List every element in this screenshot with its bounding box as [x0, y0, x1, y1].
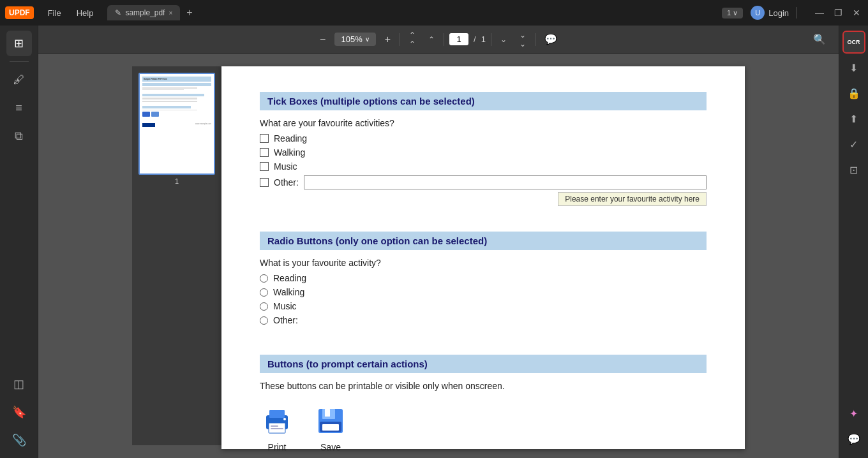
- tooltip-box: Please enter your favourite activity her…: [558, 192, 707, 206]
- nav-down-btn[interactable]: ⌄: [497, 33, 511, 47]
- checkbox-music-label: Music: [274, 161, 297, 172]
- radio-reading-label: Reading: [273, 273, 306, 283]
- section-gap-1: [260, 206, 707, 232]
- search-btn[interactable]: 🔍: [809, 31, 830, 48]
- radio-reading-btn[interactable]: [260, 274, 268, 283]
- checkbox-reading-label: Reading: [274, 133, 307, 144]
- checkbox-other-box[interactable]: [260, 178, 269, 187]
- print-btn-item[interactable]: Print: [260, 404, 294, 452]
- radio-walking-label: Walking: [273, 287, 304, 297]
- sidebar-bottom: ◫ 🔖 📎: [6, 371, 32, 453]
- toolbar: − 105% ∨ + ⌃⌃ ⌃ / 1 ⌄ ⌄⌄ 💬 🔍: [38, 26, 839, 54]
- left-sidebar: ⊞ 🖋 ≡ ⧉ ◫ 🔖 📎: [0, 26, 38, 458]
- menu-help[interactable]: Help: [70, 6, 100, 20]
- save-label: Save: [320, 442, 341, 452]
- doc-page: Tick Boxes (multiple options can be sele…: [221, 66, 745, 449]
- thumbnail-panel: Sample Fillable PDF Form: [132, 66, 221, 445]
- doc-area: − 105% ∨ + ⌃⌃ ⌃ / 1 ⌄ ⌄⌄ 💬 🔍: [38, 26, 839, 458]
- thumbnail-image: Sample Fillable PDF Form: [138, 73, 215, 175]
- other-text-input[interactable]: [304, 175, 707, 189]
- comment-btn[interactable]: 💬: [541, 31, 561, 48]
- action-buttons: Print Save: [260, 404, 707, 452]
- page-input[interactable]: [449, 33, 468, 45]
- page-number-badge[interactable]: 1 ∨: [722, 8, 743, 18]
- thumbnail-page-1[interactable]: Sample Fillable PDF Form: [138, 73, 215, 185]
- sidebar-icon-stamp[interactable]: 🖋: [6, 67, 32, 92]
- sidebar-icon-form[interactable]: ⊞: [6, 31, 32, 56]
- tab-close-btn[interactable]: ×: [168, 10, 172, 17]
- tab-add-btn[interactable]: +: [181, 7, 197, 18]
- sidebar-icon-bookmark[interactable]: 🔖: [6, 399, 32, 425]
- other-label: Other:: [274, 177, 299, 188]
- nav-top-btn[interactable]: ⌃⌃: [405, 28, 419, 51]
- section-header-radio: Radio Buttons (only one option can be se…: [260, 232, 707, 250]
- zoom-display[interactable]: 105% ∨: [334, 33, 375, 46]
- sidebar-icon-attachment[interactable]: 📎: [6, 427, 32, 453]
- zoom-out-btn[interactable]: −: [316, 31, 329, 48]
- radio-walking: Walking: [260, 287, 707, 297]
- tab-item[interactable]: ✎ sample_pdf ×: [107, 5, 180, 20]
- nav-up-btn[interactable]: ⌃: [424, 33, 438, 47]
- sidebar-icon-pages[interactable]: ⧉: [6, 123, 32, 149]
- toolbar-divider-2: [444, 33, 444, 46]
- maximize-btn[interactable]: ❐: [832, 6, 845, 19]
- svg-rect-8: [325, 409, 330, 417]
- toolbar-divider-4: [535, 33, 535, 46]
- print-svg: [261, 405, 293, 437]
- right-icon-extract[interactable]: ⬇: [842, 56, 865, 79]
- checkbox-music-box[interactable]: [260, 162, 269, 171]
- radio-reading: Reading: [260, 273, 707, 283]
- doc-scroll[interactable]: Sample Fillable PDF Form: [38, 54, 839, 458]
- checkbox-reading-box[interactable]: [260, 134, 269, 143]
- checkbox-walking: Walking: [260, 147, 707, 158]
- other-row: Other:: [260, 175, 707, 189]
- login-button[interactable]: U Login: [751, 6, 789, 20]
- sidebar-icon-layers[interactable]: ◫: [6, 371, 32, 397]
- main-area: ⊞ 🖋 ≡ ⧉ ◫ 🔖 📎 − 105% ∨ + ⌃⌃ ⌃ / 1: [0, 26, 868, 458]
- svg-rect-10: [322, 424, 339, 431]
- radio-question: What is your favourite activity?: [260, 258, 707, 268]
- checkbox-music: Music: [260, 161, 707, 172]
- minimize-btn[interactable]: —: [812, 6, 827, 19]
- close-btn[interactable]: ✕: [850, 6, 863, 19]
- right-icon-ai[interactable]: ✦: [842, 402, 865, 425]
- sidebar-divider: [10, 61, 29, 62]
- login-label: Login: [768, 8, 789, 18]
- svg-point-5: [283, 418, 286, 420]
- right-icon-ocr[interactable]: OCR: [842, 31, 865, 54]
- sidebar-icon-list[interactable]: ≡: [6, 95, 32, 121]
- toolbar-divider-1: [400, 33, 400, 46]
- nav-bottom-btn[interactable]: ⌄⌄: [516, 28, 530, 51]
- zoom-level: 105%: [341, 34, 362, 44]
- page-sep: /: [474, 34, 476, 44]
- checkbox-walking-label: Walking: [274, 147, 305, 158]
- topbar-right: 1 ∨ U Login — ❐ ✕: [722, 6, 863, 20]
- radio-other-label: Other:: [273, 315, 298, 325]
- save-btn-item[interactable]: Save: [313, 404, 348, 452]
- radio-music-btn[interactable]: [260, 302, 268, 311]
- right-sidebar: OCR ⬇ 🔒 ⬆ ✓ ⊡ ✦ 💬: [839, 26, 868, 458]
- save-icon: [313, 404, 348, 438]
- thumbnail-page-num: 1: [138, 177, 215, 185]
- login-avatar: U: [751, 6, 765, 20]
- right-icon-protect[interactable]: 🔒: [842, 82, 865, 105]
- svg-rect-4: [271, 428, 283, 429]
- right-icon-bottom[interactable]: 💬: [842, 427, 865, 450]
- zoom-chevron-icon: ∨: [365, 36, 370, 43]
- right-icon-share[interactable]: ⬆: [842, 107, 865, 130]
- toolbar-divider-3: [491, 33, 491, 46]
- radio-music: Music: [260, 301, 707, 311]
- window-controls: — ❐ ✕: [812, 6, 863, 19]
- radio-other: Other:: [260, 315, 707, 325]
- right-icon-compare[interactable]: ⊡: [842, 158, 865, 181]
- section-header-buttons: Buttons (to prompt certain actions): [260, 355, 707, 373]
- right-icon-check[interactable]: ✓: [842, 133, 865, 156]
- menu-file[interactable]: File: [41, 6, 68, 20]
- print-icon: [260, 404, 294, 438]
- zoom-in-btn[interactable]: +: [381, 31, 394, 48]
- topbar-divider: [797, 7, 797, 18]
- radio-other-btn[interactable]: [260, 316, 268, 325]
- radio-walking-btn[interactable]: [260, 288, 268, 297]
- updf-logo: UPDF: [5, 6, 34, 19]
- checkbox-walking-box[interactable]: [260, 148, 269, 157]
